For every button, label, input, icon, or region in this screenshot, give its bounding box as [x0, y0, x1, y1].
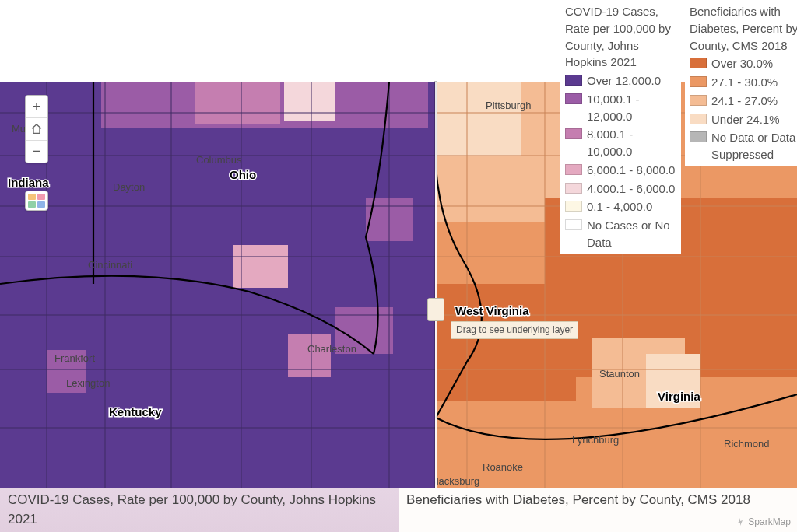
- legend-swatch: [565, 201, 582, 212]
- legend-entry: 8,000.1 - 10,000.0: [565, 126, 676, 160]
- legend-label: 4,000.1 - 6,000.0: [587, 180, 676, 198]
- legend-label: 6,000.1 - 8,000.0: [587, 162, 676, 179]
- caption-right-text: Beneficiaries with Diabetes, Percent by …: [406, 492, 750, 507]
- legend-swatch: [565, 75, 582, 86]
- svg-rect-30: [288, 334, 331, 377]
- legend-label: 24.1 - 27.0%: [711, 93, 797, 110]
- spark-icon: [736, 517, 745, 527]
- legend-swatch: [565, 164, 582, 175]
- label-blacksburg: Blacksburg: [430, 475, 479, 487]
- minus-icon: −: [33, 144, 40, 159]
- label-roanoke: Roanoke: [483, 461, 523, 473]
- legend-entry: 27.1 - 30.0%: [690, 74, 797, 91]
- label-frankfort: Frankfort: [54, 352, 95, 364]
- label-dayton: Dayton: [113, 181, 145, 193]
- svg-rect-2: [436, 82, 521, 156]
- basemap-toggle[interactable]: [25, 191, 48, 211]
- legend-label: 0.1 - 4,000.0: [587, 198, 676, 215]
- zoom-in-button[interactable]: +: [26, 96, 47, 118]
- sparkmap-credit: SparkMap: [736, 516, 791, 529]
- label-lexington: Lexington: [66, 377, 110, 389]
- legend-swatch: [690, 76, 707, 87]
- legend-label: Over 12,000.0: [587, 72, 676, 89]
- legend-title: Beneficiaries with Diabetes, Percent by …: [690, 3, 797, 54]
- label-ohio: Ohio: [230, 168, 256, 181]
- legend-entry: 6,000.1 - 8,000.0: [565, 162, 676, 179]
- legend-label: Over 30.0%: [711, 55, 797, 72]
- legend-label: 10,000.1 - 12,000.0: [587, 91, 676, 125]
- basemap-tile-icon: [28, 201, 36, 208]
- label-pittsburgh: Pittsburgh: [486, 100, 532, 111]
- legend-label: No Cases or No Data: [587, 217, 676, 251]
- home-icon: [30, 121, 43, 136]
- swipe-divider[interactable]: Drag to see underlying layer: [435, 82, 437, 488]
- legend-entry: Over 12,000.0: [565, 72, 676, 89]
- caption-left: COVID-19 Cases, Rate per 100,000 by Coun…: [0, 488, 398, 532]
- legend-diabetes: Beneficiaries with Diabetes, Percent by …: [685, 0, 797, 166]
- sparkmap-credit-text: SparkMap: [748, 516, 791, 529]
- legend-entry: No Cases or No Data: [565, 217, 676, 251]
- legend-entry: 10,000.1 - 12,000.0: [565, 91, 676, 125]
- legend-entry: 24.1 - 27.0%: [690, 93, 797, 110]
- map-footer: COVID-19 Cases, Rate per 100,000 by Coun…: [0, 488, 797, 532]
- legend-entry: No Data or Data Suppressed: [690, 129, 797, 163]
- legend-swatch: [565, 219, 582, 230]
- legend-covid: COVID-19 Cases, Rate per 100,000 by Coun…: [560, 0, 681, 254]
- legend-label: 27.1 - 30.0%: [711, 74, 797, 91]
- legend-entry: Under 24.1%: [690, 111, 797, 128]
- label-charleston: Charleston: [307, 343, 356, 355]
- svg-rect-4: [436, 284, 576, 401]
- zoom-out-button[interactable]: −: [26, 141, 47, 163]
- svg-rect-26: [195, 82, 280, 124]
- legend-swatch: [690, 114, 707, 124]
- legend-entry: 4,000.1 - 6,000.0: [565, 180, 676, 198]
- legend-swatch: [565, 128, 582, 139]
- label-cincinnati: Cincinnati: [88, 259, 132, 271]
- label-indiana: Indiana: [8, 176, 49, 189]
- legend-label: 8,000.1 - 10,000.0: [587, 126, 676, 160]
- legend-entry: 0.1 - 4,000.0: [565, 198, 676, 215]
- basemap-tile-icon: [37, 194, 45, 200]
- swipe-handle[interactable]: [427, 298, 444, 321]
- legend-entry: Over 30.0%: [690, 55, 797, 72]
- svg-rect-27: [284, 82, 335, 121]
- legend-swatch: [565, 183, 582, 194]
- basemap-tile-icon: [28, 194, 36, 200]
- plus-icon: +: [33, 99, 40, 114]
- legend-title: COVID-19 Cases, Rate per 100,000 by Coun…: [565, 3, 676, 71]
- legend-label: No Data or Data Suppressed: [711, 129, 797, 163]
- basemap-tile-icon: [37, 201, 45, 208]
- label-west-virginia: West Virginia: [455, 304, 529, 317]
- home-extent-button[interactable]: [26, 118, 47, 141]
- caption-right: Beneficiaries with Diabetes, Percent by …: [398, 488, 797, 532]
- zoom-toolbar: + −: [25, 95, 48, 163]
- label-staunton: Staunton: [599, 368, 640, 380]
- label-virginia: Virginia: [658, 390, 700, 403]
- legend-swatch: [690, 95, 707, 106]
- label-richmond: Richmond: [724, 438, 770, 450]
- legend-label: Under 24.1%: [711, 111, 797, 128]
- legend-swatch: [690, 131, 707, 142]
- label-columbus: Columbus: [196, 154, 242, 166]
- legend-swatch: [565, 93, 582, 104]
- label-kentucky: Kentucky: [109, 405, 162, 418]
- swipe-tooltip: Drag to see underlying layer: [451, 321, 578, 339]
- label-lynchburg: Lynchburg: [572, 434, 619, 446]
- legend-swatch: [690, 58, 707, 68]
